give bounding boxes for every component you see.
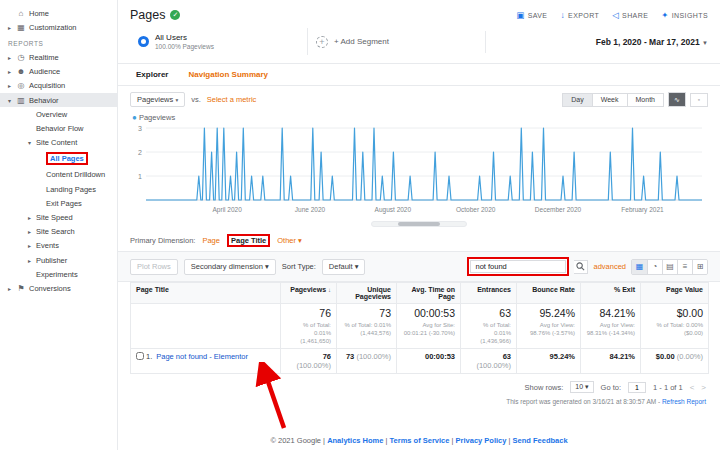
scrollbar-handle[interactable] — [398, 222, 440, 226]
sidebar-item-landing-pages[interactable]: Landing Pages — [0, 182, 117, 196]
row-checkbox[interactable] — [136, 352, 144, 360]
sidebar-item-publisher[interactable]: ▸Publisher — [0, 253, 117, 267]
sidebar-item-site-speed[interactable]: ▸Site Speed — [0, 210, 117, 224]
performance-view-icon[interactable]: ▤ — [662, 260, 677, 274]
chevron-icon: ▸ — [26, 228, 33, 235]
metric-selector-dropdown[interactable]: Pageviews ▾ — [130, 92, 185, 107]
sidebar-item-behavior-flow[interactable]: Behavior Flow — [0, 121, 117, 135]
footer-link-terms-of-service[interactable]: Terms of Service — [390, 436, 450, 445]
table-view-icon[interactable]: ▦ — [632, 260, 647, 274]
advanced-search-link[interactable]: advanced — [593, 262, 626, 271]
sidebar-item-audience[interactable]: ▸☻Audience — [0, 65, 117, 79]
header-actions: ▣SAVE↓EXPORT◁SHARE✦INSIGHTS — [516, 10, 708, 20]
select-a-metric-link[interactable]: Select a metric — [207, 95, 257, 104]
insights-button[interactable]: ✦INSIGHTS — [661, 10, 708, 20]
sidebar-item-site-content[interactable]: ▾Site Content — [0, 136, 117, 150]
next-page-icon[interactable]: > — [701, 383, 706, 392]
summary-cell: 73% of Total: 0.01% (1,443,576) — [337, 304, 397, 349]
dimension-other[interactable]: Other ▾ — [277, 236, 302, 245]
sidebar-item-conversions[interactable]: ▸⚑Conversions — [0, 281, 117, 295]
segment-radio-icon — [138, 36, 149, 47]
action-label: EXPORT — [568, 12, 599, 19]
metric-value: 95.24% — [550, 352, 575, 361]
comparison-view-icon[interactable]: ≡ — [677, 260, 692, 274]
percentage-view-icon[interactable]: ◔ — [647, 260, 662, 274]
metric-value: $0.00 — [656, 352, 675, 361]
sidebar-item-realtime[interactable]: ▸◷Realtime — [0, 50, 117, 64]
sidebar-item-content-drilldown[interactable]: Content Drilldown — [0, 168, 117, 182]
column-header-bounce-rate[interactable]: Bounce Rate — [517, 283, 581, 304]
dimension-page[interactable]: Page — [202, 236, 220, 245]
x-axis-label: December 2020 — [535, 206, 581, 213]
sidebar-item-customization[interactable]: ▸▦Customization — [0, 20, 117, 34]
sidebar-item-home[interactable]: ⌂Home — [0, 6, 117, 20]
table-header-row: Page TitlePageviews ↓Unique PageviewsAvg… — [131, 283, 709, 304]
chevron-down-icon: ▾ — [355, 262, 359, 271]
column-header-page-value[interactable]: Page Value — [641, 283, 709, 304]
summary-subtext: Avg for Site: 00:01:21 (-30.70%) — [402, 321, 455, 337]
column-header-entrances[interactable]: Entrances — [461, 283, 517, 304]
dimension-page-title[interactable]: Page Title — [227, 234, 270, 247]
refresh-report-link[interactable]: Refresh Report — [662, 398, 706, 405]
show-rows-select[interactable]: 10 ▾ — [570, 381, 593, 393]
footer-link-analytics-home[interactable]: Analytics Home — [327, 436, 383, 445]
granularity-month-button[interactable]: Month — [628, 93, 664, 107]
series-dot-icon: ● — [132, 113, 137, 122]
sidebar-item-all-pages[interactable]: All Pages — [0, 150, 117, 168]
prev-page-icon[interactable]: < — [690, 383, 695, 392]
action-label: INSIGHTS — [672, 12, 708, 19]
metric-percent: (100.00%) — [296, 361, 331, 370]
share-button[interactable]: ◁SHARE — [612, 10, 648, 20]
sidebar-item-experiments[interactable]: Experiments — [0, 267, 117, 281]
goto-page-input[interactable] — [628, 382, 646, 393]
line-chart-type-button[interactable]: ∿ — [668, 92, 686, 107]
date-range-selector[interactable]: Feb 1, 2020 - Mar 17, 2021 ▼ — [596, 37, 708, 47]
chevron-icon: ▸ — [6, 285, 13, 292]
granularity-week-button[interactable]: Week — [593, 93, 628, 107]
search-button[interactable] — [574, 260, 588, 274]
view-toggle-group: ▦◔▤≡⊞ — [631, 259, 708, 275]
pivot-view-icon[interactable]: ⊞ — [692, 260, 707, 274]
save-button[interactable]: ▣SAVE — [516, 10, 547, 20]
sidebar-item-label: Site Search — [36, 227, 75, 236]
summary-subtext: Avg for View: 98.76% (-3.57%) — [522, 321, 575, 337]
column-header-pageviews[interactable]: Pageviews ↓ — [281, 283, 337, 304]
plot-rows-button[interactable]: Plot Rows — [130, 259, 178, 275]
column-header-avg-time-on-page[interactable]: Avg. Time on Page — [397, 283, 461, 304]
sidebar-item-exit-pages[interactable]: Exit Pages — [0, 196, 117, 210]
footer-link-send-feedback[interactable]: Send Feedback — [513, 436, 568, 445]
metric-value: 00:00:53 — [425, 352, 455, 361]
column-header-page-title[interactable]: Page Title — [131, 283, 281, 304]
segment-all-users[interactable]: All Users 100.00% Pageviews — [130, 28, 308, 55]
motion-chart-type-button[interactable]: ◦ — [690, 93, 708, 107]
sidebar-item-site-search[interactable]: ▸Site Search — [0, 225, 117, 239]
page-title-link[interactable]: Page not found - Elementor — [156, 352, 248, 361]
tab-explorer[interactable]: Explorer — [126, 64, 178, 85]
metric-value: 76 — [323, 352, 331, 361]
x-axis-label: June 2020 — [295, 206, 325, 213]
sidebar-item-acquisition[interactable]: ▸◎Acquisition — [0, 79, 117, 93]
summary-row: 76% of Total: 0.01% (1,461,650)73% of To… — [131, 304, 709, 349]
chart-range-scrollbar[interactable] — [371, 221, 467, 227]
customization-icon: ▦ — [16, 23, 26, 32]
sidebar-item-behavior[interactable]: ▾▥Behavior — [0, 93, 117, 107]
sidebar-item-overview[interactable]: Overview — [0, 107, 117, 121]
summary-cell: 00:00:53Avg for Site: 00:01:21 (-30.70%) — [397, 304, 461, 349]
footer-link-privacy-policy[interactable]: Privacy Policy — [456, 436, 507, 445]
add-segment-button[interactable]: + + Add Segment — [308, 31, 486, 53]
add-segment-label: + Add Segment — [334, 37, 389, 46]
tab-navigation-summary[interactable]: Navigation Summary — [178, 64, 278, 85]
export-button[interactable]: ↓EXPORT — [560, 10, 599, 20]
home-icon: ⌂ — [16, 9, 26, 18]
secondary-dimension-dropdown[interactable]: Secondary dimension ▾ — [184, 259, 276, 275]
column-header-unique-pageviews[interactable]: Unique Pageviews — [337, 283, 397, 304]
table-search-input[interactable] — [470, 260, 566, 273]
granularity-day-button[interactable]: Day — [562, 93, 592, 107]
sidebar-item-label: Conversions — [29, 284, 71, 293]
column-header--exit[interactable]: % Exit — [581, 283, 641, 304]
metric-percent: (100.00%) — [476, 361, 511, 370]
sidebar-item-label: Realtime — [29, 53, 59, 62]
sort-type-dropdown[interactable]: Default ▾ — [322, 259, 366, 275]
row-metric-cell: 63 (100.00%) — [461, 349, 517, 374]
sidebar-item-events[interactable]: ▸Events — [0, 239, 117, 253]
